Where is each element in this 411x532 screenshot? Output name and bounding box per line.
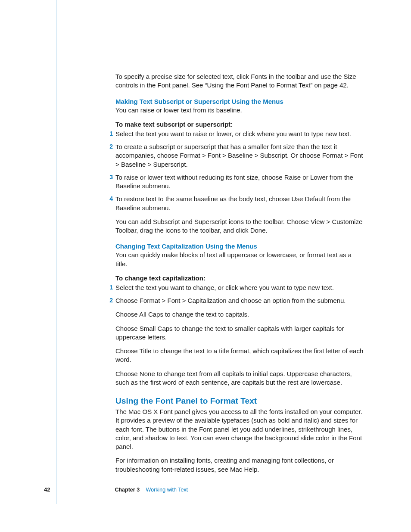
step-number: 2 bbox=[105, 143, 113, 151]
step-item: 2 To create a subscript or superscript t… bbox=[115, 143, 364, 169]
cap-option: Choose None to change text from all capi… bbox=[115, 370, 364, 387]
step-item: 1 Select the text you want to change, or… bbox=[115, 283, 364, 292]
step-number: 3 bbox=[105, 173, 113, 181]
steps-capitalization: 1 Select the text you want to change, or… bbox=[115, 283, 364, 387]
font-panel-para-1: The Mac OS X Font panel gives you access… bbox=[115, 408, 364, 451]
section-heading-font-panel: Using the Font Panel to Format Text bbox=[115, 396, 364, 406]
subheading-subscript: Making Text Subscript or Superscript Usi… bbox=[115, 98, 364, 105]
steps-subscript: 1 Select the text you want to raise or l… bbox=[115, 130, 364, 235]
page-content: To specify a precise size for selected t… bbox=[0, 0, 411, 532]
step-item: 2 Choose Format > Font > Capitalization … bbox=[115, 296, 364, 387]
chapter-title: Working with Text bbox=[146, 487, 188, 493]
step-text: To restore text to the same baseline as … bbox=[115, 195, 351, 211]
step-item: 3 To raise or lower text without reducin… bbox=[115, 173, 364, 191]
cap-option: Choose Small Caps to change the text to … bbox=[115, 324, 364, 342]
step-number: 2 bbox=[105, 296, 113, 305]
intro-paragraph: To specify a precise size for selected t… bbox=[115, 72, 364, 90]
font-panel-para-2: For information on installing fonts, cre… bbox=[115, 456, 364, 474]
cap-option: Choose Title to change the text to a tit… bbox=[115, 347, 364, 364]
chapter-label: Chapter 3 bbox=[115, 487, 140, 493]
subscript-lede: You can raise or lower text from its bas… bbox=[115, 106, 364, 115]
step-text: To raise or lower text without reducing … bbox=[115, 174, 353, 190]
step-number: 1 bbox=[105, 283, 113, 292]
cap-option: Choose All Caps to change the text to ca… bbox=[115, 310, 364, 319]
step-item: 1 Select the text you want to raise or l… bbox=[115, 130, 364, 138]
subscript-note: You can add Subscript and Superscript ic… bbox=[115, 218, 364, 235]
step-number: 1 bbox=[105, 130, 113, 138]
step-text: Select the text you want to change, or c… bbox=[115, 284, 334, 291]
task-label-capitalization: To change text capitalization: bbox=[115, 274, 364, 282]
step-text: Choose Format > Font > Capitalization an… bbox=[115, 297, 346, 304]
step-text: Select the text you want to raise or low… bbox=[115, 130, 351, 137]
page-footer: 42 Chapter 3 Working with Text bbox=[0, 485, 411, 493]
step-text: To create a subscript or superscript tha… bbox=[115, 143, 363, 168]
subheading-capitalization: Changing Text Capitalization Using the M… bbox=[115, 243, 364, 250]
task-label-subscript: To make text subscript or superscript: bbox=[115, 121, 364, 128]
page-number: 42 bbox=[44, 486, 113, 493]
step-item: 4 To restore text to the same baseline a… bbox=[115, 195, 364, 235]
step-number: 4 bbox=[105, 195, 113, 203]
capitalization-lede: You can quickly make blocks of text all … bbox=[115, 251, 364, 268]
